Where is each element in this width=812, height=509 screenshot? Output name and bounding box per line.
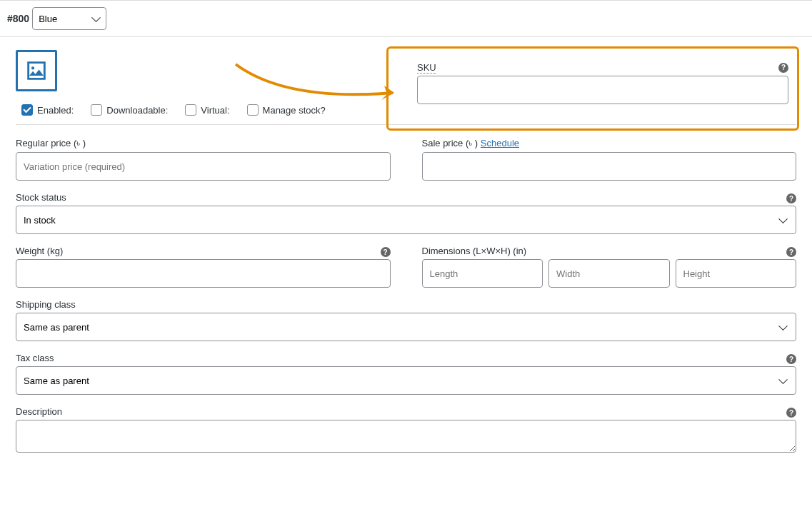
- tax-class-select[interactable]: Same as parent: [16, 366, 796, 395]
- downloadable-label: Downloadable:: [106, 105, 168, 116]
- tax-class-label: Tax class: [16, 353, 796, 363]
- length-input[interactable]: [422, 259, 543, 288]
- width-input[interactable]: [548, 259, 670, 288]
- sku-label: SKU: [417, 62, 436, 74]
- help-icon[interactable]: ?: [778, 63, 788, 73]
- sku-input[interactable]: [417, 76, 788, 104]
- help-icon[interactable]: ?: [786, 247, 796, 257]
- regular-price-input[interactable]: [16, 152, 391, 181]
- stock-status-label: Stock status: [16, 192, 796, 203]
- manage-stock-checkbox[interactable]: [247, 104, 259, 116]
- help-icon[interactable]: ?: [381, 247, 391, 257]
- image-icon: [24, 59, 49, 83]
- virtual-label: Virtual:: [201, 105, 229, 116]
- manage-stock-checkbox-item[interactable]: Manage stock?: [247, 104, 326, 116]
- schedule-link[interactable]: Schedule: [481, 138, 519, 148]
- sale-price-field: Sale price (৳ ) Schedule: [422, 138, 797, 181]
- help-icon[interactable]: ?: [786, 408, 796, 418]
- virtual-checkbox-item[interactable]: Virtual:: [185, 104, 229, 116]
- dimensions-label: Dimensions (L×W×H) (in): [422, 246, 797, 256]
- tax-class-field: Tax class ? Same as parent: [16, 353, 796, 395]
- stock-status-select[interactable]: In stock: [16, 206, 796, 234]
- regular-price-field: Regular price (৳ ): [16, 138, 391, 181]
- attribute-select[interactable]: Blue: [32, 7, 106, 30]
- help-icon[interactable]: ?: [786, 193, 796, 203]
- height-input[interactable]: [676, 259, 797, 288]
- shipping-class-label: Shipping class: [16, 299, 796, 310]
- variation-image-placeholder[interactable]: [16, 50, 57, 91]
- description-field: Description ?: [16, 406, 796, 453]
- shipping-class-field: Shipping class Same as parent: [16, 299, 796, 341]
- manage-stock-label: Manage stock?: [263, 105, 326, 116]
- description-label: Description: [16, 406, 796, 417]
- downloadable-checkbox-item[interactable]: Downloadable:: [91, 104, 168, 116]
- stock-status-field: Stock status ? In stock: [16, 192, 796, 234]
- shipping-class-select[interactable]: Same as parent: [16, 313, 796, 341]
- downloadable-checkbox[interactable]: [91, 104, 102, 116]
- variation-header: #800 Blue: [0, 1, 812, 37]
- sku-field-group: SKU ?: [417, 62, 788, 104]
- enabled-label: Enabled:: [37, 105, 74, 116]
- help-icon[interactable]: ?: [786, 354, 796, 364]
- enabled-checkbox[interactable]: [21, 104, 33, 116]
- virtual-checkbox[interactable]: [185, 104, 196, 116]
- variation-id: #800: [7, 13, 29, 24]
- description-textarea[interactable]: [16, 420, 796, 453]
- enabled-checkbox-item[interactable]: Enabled:: [21, 104, 74, 116]
- weight-field: Weight (kg) ?: [16, 246, 391, 288]
- dimensions-field: Dimensions (L×W×H) (in) ?: [422, 246, 797, 288]
- weight-input[interactable]: [16, 259, 391, 288]
- regular-price-label: Regular price (৳ ): [16, 138, 391, 149]
- weight-label: Weight (kg): [16, 246, 391, 256]
- sale-price-input[interactable]: [422, 152, 797, 181]
- sale-price-label: Sale price (৳ ): [422, 138, 478, 148]
